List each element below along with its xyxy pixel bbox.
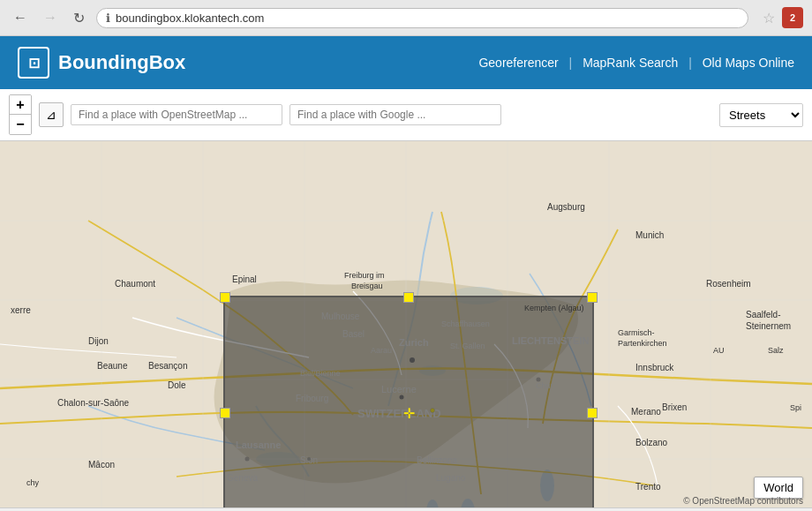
app-header: ⊡ BoundingBox Georeferencer | MapRank Se… bbox=[0, 36, 812, 89]
svg-text:Steinernem: Steinernem bbox=[746, 321, 791, 331]
attribution-text: © OpenStreetMap contributors bbox=[683, 496, 803, 506]
handle-middle-left[interactable] bbox=[220, 408, 230, 418]
maprank-link[interactable]: MapRank Search bbox=[583, 56, 678, 70]
bottom-bar: Copy & Paste CSV JSON GeoJSON WKT OSM XM… bbox=[0, 507, 812, 511]
svg-text:Freiburg im: Freiburg im bbox=[344, 271, 385, 280]
lock-icon: ℹ bbox=[106, 11, 110, 25]
svg-text:Chaumont: Chaumont bbox=[115, 279, 155, 289]
draw-tool-button[interactable]: ⊿ bbox=[39, 102, 64, 127]
handle-middle-right[interactable] bbox=[587, 408, 598, 418]
sep1: | bbox=[569, 56, 573, 70]
map-container[interactable]: Augsburg Munich Rosenheim Saalfeld- Stei… bbox=[0, 141, 812, 507]
browser-chrome: ← → ↻ ℹ boundingbox.klokantech.com ☆ 2 bbox=[0, 0, 812, 36]
svg-text:Salz: Salz bbox=[768, 346, 784, 355]
svg-text:Bolzano: Bolzano bbox=[635, 438, 668, 447]
handle-top-left[interactable] bbox=[220, 292, 230, 303]
svg-text:chy: chy bbox=[26, 478, 40, 487]
zoom-controls: + − bbox=[9, 94, 32, 135]
logo-box: ⊡ bbox=[18, 47, 49, 79]
handle-top-center[interactable] bbox=[403, 292, 414, 303]
svg-text:Rosenheim: Rosenheim bbox=[706, 279, 751, 289]
sep2: | bbox=[688, 56, 692, 70]
svg-text:Epinal: Epinal bbox=[232, 274, 257, 284]
svg-text:Merano: Merano bbox=[631, 407, 661, 417]
map-type-select[interactable]: Streets Satellite Hybrid Terrain bbox=[719, 103, 803, 127]
reload-button[interactable]: ↻ bbox=[69, 8, 89, 28]
svg-text:Brixen: Brixen bbox=[662, 402, 687, 412]
search-osm-input[interactable] bbox=[71, 104, 282, 125]
svg-text:Breisgau: Breisgau bbox=[351, 282, 383, 290]
svg-text:Spi: Spi bbox=[790, 403, 801, 412]
svg-text:Chalon-sur-Saône: Chalon-sur-Saône bbox=[57, 398, 130, 408]
svg-text:xerre: xerre bbox=[11, 305, 31, 315]
georeferencer-link[interactable]: Georeferencer bbox=[478, 56, 558, 70]
address-bar[interactable]: ℹ boundingbox.klokantech.com bbox=[96, 8, 748, 28]
map-toolbar: + − ⊿ Streets Satellite Hybrid Terrain bbox=[0, 89, 812, 141]
forward-button[interactable]: → bbox=[39, 8, 62, 27]
svg-text:Trento: Trento bbox=[635, 482, 661, 492]
bookmark-icon[interactable]: ☆ bbox=[763, 10, 775, 26]
svg-text:Innsbruck: Innsbruck bbox=[635, 363, 674, 372]
logo-area: ⊡ BoundingBox bbox=[18, 47, 185, 79]
svg-text:Partenkirchen: Partenkirchen bbox=[618, 339, 667, 348]
search-google-input[interactable] bbox=[289, 104, 501, 125]
svg-text:AU: AU bbox=[713, 346, 725, 355]
svg-text:Saalfeld-: Saalfeld- bbox=[746, 310, 780, 319]
old-maps-link[interactable]: Old Maps Online bbox=[703, 56, 794, 70]
back-button[interactable]: ← bbox=[9, 8, 32, 27]
svg-text:Augsburg: Augsburg bbox=[547, 202, 585, 212]
handle-top-right[interactable] bbox=[587, 292, 598, 303]
zoom-out-button[interactable]: − bbox=[10, 115, 31, 134]
svg-text:Dijon: Dijon bbox=[88, 336, 109, 346]
svg-text:Dole: Dole bbox=[168, 380, 186, 390]
svg-text:Garmisch-: Garmisch- bbox=[618, 328, 655, 337]
url-text: boundingbox.klokantech.com bbox=[116, 11, 739, 25]
svg-text:Beaune: Beaune bbox=[97, 361, 128, 371]
zoom-in-button[interactable]: + bbox=[10, 95, 31, 115]
svg-text:Mâcon: Mâcon bbox=[88, 460, 115, 470]
center-crosshair: ✛ bbox=[403, 404, 415, 421]
svg-text:Munich: Munich bbox=[635, 230, 664, 240]
selection-box[interactable]: ✛ bbox=[223, 296, 594, 507]
app-title: BoundingBox bbox=[58, 51, 185, 74]
extension-icon: 2 bbox=[782, 7, 803, 28]
osm-attribution: © OpenStreetMap contributors bbox=[683, 496, 803, 506]
header-links: Georeferencer | MapRank Search | Old Map… bbox=[478, 56, 794, 70]
svg-text:Besançon: Besançon bbox=[148, 361, 187, 371]
